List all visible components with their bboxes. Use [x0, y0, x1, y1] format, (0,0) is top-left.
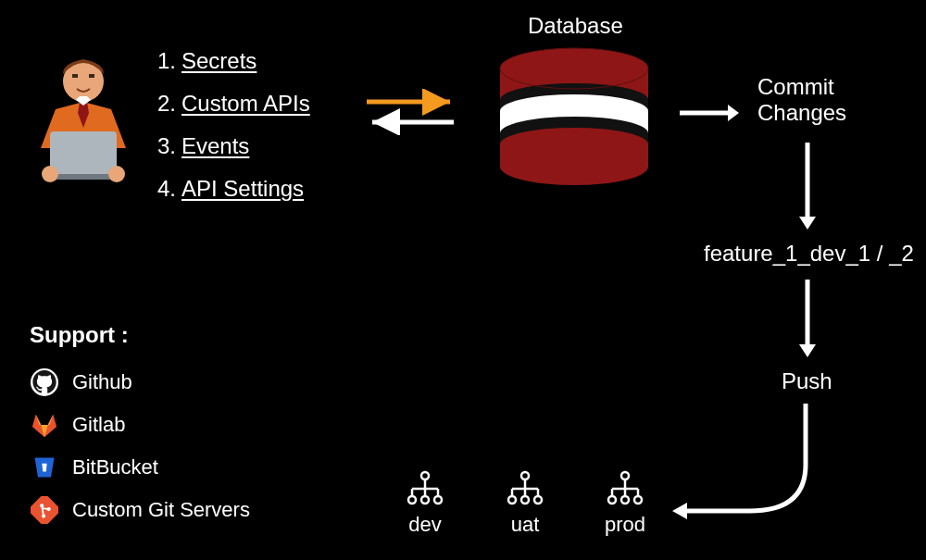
svg-rect-4 [50, 174, 117, 180]
list-item-custom-apis[interactable]: 2.Custom APIs [157, 91, 310, 117]
list-item-events[interactable]: 3.Events [157, 133, 310, 159]
svg-point-19 [500, 148, 648, 185]
svg-point-42 [621, 472, 629, 479]
svg-rect-3 [50, 131, 117, 176]
commit-changes-node: Commit Changes [757, 74, 846, 126]
svg-rect-52 [31, 496, 58, 524]
svg-point-30 [408, 496, 416, 504]
svg-point-50 [634, 496, 642, 504]
list-item-api-settings[interactable]: 4.API Settings [157, 176, 310, 202]
database-label: Database [528, 13, 623, 39]
branch-tree-icon [507, 470, 544, 507]
svg-point-41 [534, 496, 542, 504]
developer-illustration [28, 56, 139, 198]
svg-point-40 [521, 496, 529, 504]
svg-point-31 [421, 496, 429, 504]
support-custom-git: Custom Git Servers [30, 489, 250, 531]
svg-point-49 [621, 496, 629, 504]
env-dev: dev [393, 470, 457, 537]
support-gitlab: Gitlab [30, 404, 250, 446]
svg-point-5 [42, 166, 58, 182]
svg-point-48 [608, 496, 616, 504]
database-icon [491, 46, 657, 193]
branch-tree-icon [607, 470, 644, 507]
list-item-secrets[interactable]: 1.Secrets [157, 48, 310, 74]
svg-point-32 [434, 496, 442, 504]
support-github: Github [30, 361, 250, 404]
config-list: 1.Secrets 2.Custom APIs 3.Events 4.API S… [157, 48, 310, 202]
env-uat: uat [493, 470, 557, 537]
svg-rect-1 [72, 74, 78, 78]
bitbucket-icon [30, 453, 59, 482]
git-icon [30, 495, 59, 525]
svg-point-6 [108, 166, 125, 182]
arrow-push-to-envs [667, 400, 852, 539]
feature-branch-label: feature_1_dev_1 / _2 [704, 241, 914, 267]
push-label: Push [782, 368, 832, 394]
github-icon [30, 367, 59, 397]
arrow-db-to-commit [676, 102, 741, 124]
env-row: dev uat prod [393, 470, 657, 537]
svg-point-39 [508, 496, 516, 504]
arrow-commit-to-feature [796, 139, 819, 231]
bidirectional-arrows [361, 89, 463, 135]
svg-point-24 [421, 472, 429, 479]
support-block: Support : Github Gitlab Bi [30, 322, 250, 531]
support-bitbucket: BitBucket [30, 446, 250, 489]
svg-rect-2 [89, 74, 94, 78]
branch-tree-icon [407, 470, 444, 507]
env-prod: prod [593, 470, 657, 537]
svg-line-57 [43, 508, 49, 509]
support-title: Support : [30, 322, 250, 348]
svg-point-33 [521, 472, 529, 479]
arrow-feature-to-push [796, 276, 819, 359]
gitlab-icon [30, 410, 59, 440]
